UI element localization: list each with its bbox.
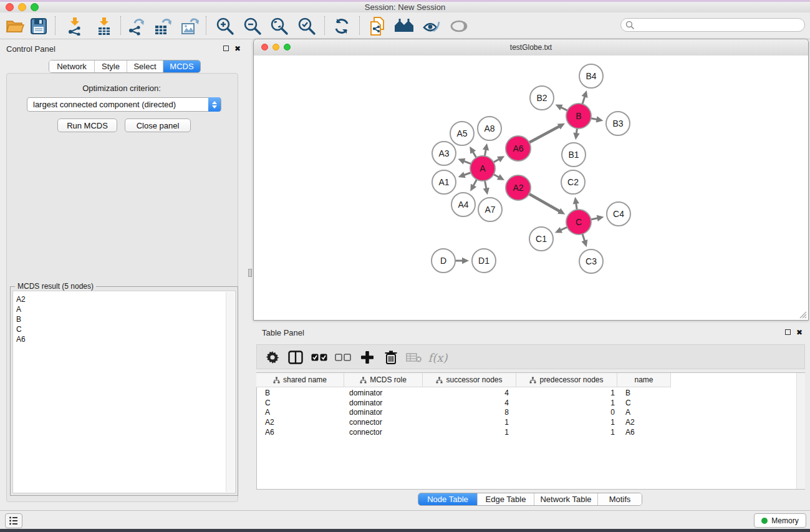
open-folder-icon: [6, 18, 24, 34]
zoom-selected-button[interactable]: [297, 17, 317, 35]
control-panel-close-button[interactable]: ✖: [234, 46, 241, 52]
tab-select[interactable]: Select: [127, 60, 163, 72]
resize-grip-icon[interactable]: [798, 310, 807, 319]
status-bar: Memory: [0, 510, 810, 530]
list-item[interactable]: A6: [16, 335, 26, 344]
mcds-result-groupbox: MCDS result (5 nodes) A2 A B C A6: [10, 286, 238, 496]
gear-icon: [266, 351, 279, 364]
network-window-title: testGlobe.txt: [254, 43, 808, 52]
toolbar-separator: [55, 16, 55, 35]
zoom-in-button[interactable]: [215, 17, 235, 35]
split-view-button[interactable]: [286, 349, 305, 366]
tab-network[interactable]: Network: [49, 60, 95, 72]
table-settings-button[interactable]: [263, 349, 282, 366]
network-window-titlebar[interactable]: testGlobe.txt: [254, 39, 808, 56]
graph-node-label: A7: [485, 205, 495, 215]
graph-node-label: A8: [484, 123, 494, 133]
network-canvas[interactable]: B4B2BB3A8A5A6B1A3AA1C2A2A4A7C4CC1C3DD1: [254, 56, 808, 320]
delete-column-button[interactable]: [382, 349, 400, 366]
export-table-icon: [153, 17, 173, 36]
save-session-button[interactable]: [29, 17, 49, 35]
home-icon: [394, 18, 414, 34]
export-network-button[interactable]: [126, 17, 146, 35]
column-header-name[interactable]: name: [617, 373, 671, 387]
delete-table-button[interactable]: [405, 349, 423, 366]
scrollbar-track[interactable]: [226, 292, 234, 492]
clone-network-icon: [369, 16, 387, 36]
network-graph[interactable]: B4B2BB3A8A5A6B1A3AA1C2A2A4A7C4CC1C3DD1: [254, 56, 808, 320]
column-header-successor-nodes[interactable]: successor nodes: [423, 373, 516, 387]
selected-option: largest connected component (directed): [33, 100, 176, 109]
close-panel-button[interactable]: Close panel: [125, 118, 191, 132]
zoom-fit-icon: [270, 17, 289, 36]
graph-edge-arrow-icon: [483, 143, 489, 151]
column-header-mcds-role[interactable]: MCDS role: [344, 373, 423, 387]
tab-motifs[interactable]: Motifs: [598, 493, 642, 505]
zoom-fit-button[interactable]: [269, 17, 289, 35]
select-all-button[interactable]: [310, 349, 329, 366]
list-item[interactable]: A: [16, 305, 21, 314]
search-field[interactable]: [620, 18, 805, 32]
tab-node-table[interactable]: Node Table: [418, 493, 478, 505]
export-table-button[interactable]: [153, 17, 173, 35]
session-title: Session: New Session: [0, 2, 810, 12]
task-history-button[interactable]: [5, 513, 22, 528]
add-column-button[interactable]: [358, 349, 377, 366]
show-hide-panel-button[interactable]: [449, 17, 469, 35]
home-view-button[interactable]: [394, 17, 414, 35]
column-header-shared-name[interactable]: shared name: [256, 373, 344, 387]
tab-style[interactable]: Style: [95, 60, 127, 72]
import-table-icon: [95, 17, 113, 36]
network-view-window: testGlobe.txt B4B2BB3A8A5A6B1A3AA1C2A2A4…: [253, 39, 809, 321]
search-input[interactable]: [637, 19, 802, 32]
tab-network-table[interactable]: Network Table: [534, 493, 598, 505]
style-preview-button[interactable]: [422, 17, 441, 35]
mcds-result-list[interactable]: A2 A B C A6: [12, 291, 236, 493]
table-panel-float-button[interactable]: [785, 329, 791, 335]
graph-edge-arrow-icon: [597, 215, 604, 221]
control-panel-float-button[interactable]: [223, 46, 229, 51]
task-list-icon: [9, 516, 19, 526]
toolbar-separator: [324, 16, 325, 35]
graph-node-label: C: [576, 217, 582, 227]
split-columns-icon: [288, 351, 303, 364]
function-builder-button[interactable]: f(x): [428, 349, 447, 366]
list-item[interactable]: A2: [16, 295, 26, 304]
optimization-criterion-select[interactable]: largest connected component (directed): [27, 97, 221, 112]
zoom-out-button[interactable]: [243, 17, 263, 35]
graph-edge-arrow-icon: [462, 258, 469, 264]
graph-edge-arrow-icon: [581, 239, 587, 247]
refresh-layout-button[interactable]: [332, 17, 352, 35]
column-header-predecessor-nodes[interactable]: predecessor nodes: [516, 373, 617, 387]
memory-button[interactable]: Memory: [754, 513, 806, 528]
control-panel-title: Control Panel: [6, 44, 55, 54]
search-icon: [625, 21, 635, 30]
plus-icon: [360, 351, 374, 364]
memory-status-icon: [761, 518, 768, 524]
import-network-button[interactable]: [65, 17, 85, 35]
graph-node-label: B4: [586, 71, 596, 81]
deselect-all-button[interactable]: [334, 349, 352, 366]
graph-node-label: B2: [536, 93, 547, 103]
run-mcds-button[interactable]: Run MCDS: [57, 118, 117, 132]
export-image-button[interactable]: [180, 17, 200, 35]
list-item[interactable]: B: [16, 315, 21, 324]
table-panel-title: Table Panel: [262, 328, 304, 337]
table-scrollbar-track[interactable]: [796, 373, 805, 489]
splitter-handle[interactable]: [248, 269, 252, 277]
tab-edge-table[interactable]: Edge Table: [478, 493, 534, 505]
list-item[interactable]: C: [16, 325, 22, 334]
graph-node-label: D1: [478, 256, 489, 266]
tab-mcds[interactable]: MCDS: [163, 60, 200, 72]
trash-icon: [384, 350, 398, 365]
graph-node-label: C3: [586, 256, 597, 266]
titlebar-accent: [0, 0, 810, 2]
graph-edge-arrow-icon: [582, 90, 588, 98]
clone-network-button[interactable]: [368, 17, 388, 35]
open-session-button[interactable]: [5, 17, 25, 35]
main-titlebar: Session: New Session: [0, 0, 810, 13]
table-panel-close-button[interactable]: ✖: [796, 329, 803, 336]
import-table-button[interactable]: [94, 17, 114, 35]
export-network-icon: [126, 17, 146, 36]
graph-node-label: B1: [568, 150, 579, 160]
